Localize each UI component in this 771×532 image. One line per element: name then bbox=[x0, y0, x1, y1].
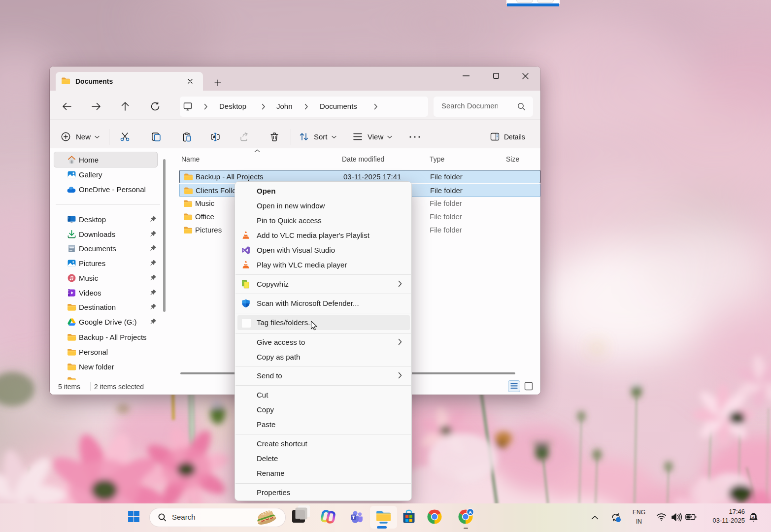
svg-text:A: A bbox=[469, 510, 472, 515]
svg-text:z: z bbox=[755, 513, 757, 516]
